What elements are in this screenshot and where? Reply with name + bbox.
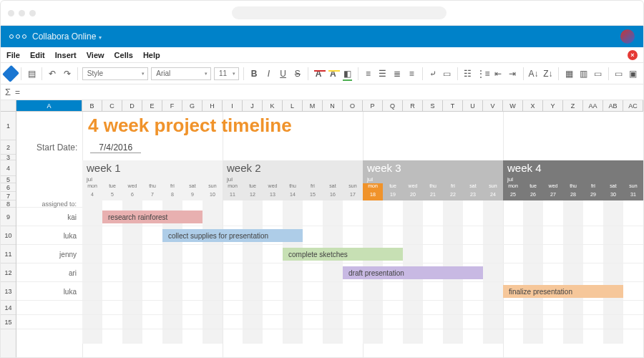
start-date-value[interactable]: 7/4/2016 — [90, 142, 141, 153]
close-icon[interactable]: × — [628, 50, 638, 60]
col-header[interactable]: W — [503, 100, 523, 111]
empty-row[interactable] — [16, 315, 643, 329]
col-header[interactable]: Y — [543, 100, 563, 111]
row-header[interactable]: 13 — [1, 282, 16, 301]
col-header[interactable]: E — [142, 100, 162, 111]
row-header[interactable]: 10 — [1, 226, 16, 245]
menu-view[interactable]: View — [87, 51, 104, 59]
row-header[interactable]: 6 — [1, 183, 16, 192]
bullet-list-icon[interactable]: ⋮≡ — [477, 67, 489, 80]
col-header[interactable]: Z — [563, 100, 583, 111]
insert-col-icon[interactable]: ▥ — [577, 67, 589, 80]
row-header[interactable]: 7 — [1, 192, 16, 200]
equals-icon[interactable]: = — [15, 87, 20, 97]
sigma-icon[interactable]: Σ — [5, 87, 11, 97]
col-header[interactable]: V — [483, 100, 503, 111]
spreadsheet[interactable]: ABCDEFGHIJKLMNOPQRSTUVWXYZAAABAC 1234567… — [0, 100, 644, 358]
col-header[interactable]: S — [423, 100, 443, 111]
indent-icon[interactable]: ⇥ — [507, 67, 518, 80]
row-header[interactable]: 9 — [1, 208, 16, 226]
empty-row[interactable] — [16, 301, 643, 315]
col-header[interactable]: P — [363, 100, 383, 111]
size-select[interactable]: 11 — [214, 67, 239, 80]
col-header[interactable]: J — [243, 100, 263, 111]
align-justify-icon[interactable]: ≡ — [406, 67, 417, 80]
gantt-bar[interactable]: research rainforest — [102, 211, 203, 223]
row-header[interactable]: 8 — [1, 200, 16, 208]
address-bar[interactable] — [232, 6, 447, 19]
gantt-bar[interactable]: draft presentation — [343, 266, 483, 279]
row-header[interactable]: 11 — [1, 245, 16, 263]
col-header[interactable]: O — [343, 100, 363, 111]
row-headers[interactable]: 123456789101112131415 — [1, 112, 16, 357]
avatar[interactable] — [620, 29, 635, 44]
assignee-cell[interactable]: kai — [16, 208, 82, 226]
number-list-icon[interactable]: ☷ — [462, 67, 474, 80]
image-icon[interactable]: ▣ — [628, 67, 639, 80]
italic-button[interactable]: I — [263, 67, 274, 80]
window-dot[interactable] — [8, 10, 14, 16]
sort-desc-icon[interactable]: Z↓ — [542, 67, 554, 80]
col-header[interactable]: D — [122, 100, 142, 111]
row-header[interactable]: 5 — [1, 176, 16, 183]
select-all-corner[interactable] — [1, 100, 16, 112]
delete-row-icon[interactable]: ▭ — [592, 67, 603, 80]
assignee-cell[interactable]: luka — [16, 282, 82, 301]
align-right-icon[interactable]: ≣ — [391, 67, 403, 80]
col-header[interactable]: C — [102, 100, 122, 111]
col-header[interactable]: L — [283, 100, 303, 111]
row-header[interactable]: 15 — [1, 315, 16, 329]
row-header[interactable]: 4 — [1, 160, 16, 176]
bold-button[interactable]: B — [248, 67, 260, 80]
col-header[interactable]: U — [463, 100, 483, 111]
assignee-cell[interactable]: jenny — [16, 245, 82, 263]
font-color-button[interactable]: A — [313, 67, 324, 80]
align-center-icon[interactable]: ☰ — [377, 67, 389, 80]
outdent-icon[interactable]: ⇤ — [492, 67, 504, 80]
col-header[interactable]: B — [82, 100, 102, 111]
menu-help[interactable]: Help — [143, 51, 160, 59]
row-header[interactable]: 3 — [1, 155, 16, 160]
menu-edit[interactable]: Edit — [30, 51, 45, 59]
col-header[interactable]: K — [263, 100, 283, 111]
col-header[interactable]: G — [182, 100, 203, 111]
col-header[interactable]: N — [323, 100, 343, 111]
sort-asc-icon[interactable]: A↓ — [527, 67, 539, 80]
menu-insert[interactable]: Insert — [55, 51, 77, 59]
formula-input[interactable] — [24, 87, 639, 98]
row-header[interactable]: 1 — [1, 112, 16, 140]
grid[interactable]: 4 week project timeline Start Date: 7/4/… — [16, 112, 643, 357]
row-header[interactable]: 12 — [1, 263, 16, 282]
menu-cells[interactable]: Cells — [114, 51, 133, 59]
col-header[interactable]: X — [523, 100, 543, 111]
window-controls[interactable] — [8, 10, 36, 16]
font-select[interactable]: Arial — [151, 67, 211, 80]
menu-file[interactable]: File — [6, 51, 20, 59]
highlight-color-button[interactable]: A — [327, 67, 338, 80]
redo-icon[interactable]: ↷ — [62, 67, 73, 80]
col-header[interactable]: R — [403, 100, 423, 111]
col-header[interactable]: H — [203, 100, 223, 111]
col-header[interactable]: AB — [603, 100, 623, 111]
assignee-cell[interactable]: luka — [16, 226, 82, 245]
save-icon[interactable]: ▤ — [26, 67, 37, 80]
gantt-bar[interactable]: finalize presentation — [503, 285, 623, 298]
col-header[interactable]: Q — [383, 100, 403, 111]
col-header[interactable]: M — [303, 100, 323, 111]
app-title[interactable]: Collabora Online — [32, 32, 102, 42]
gantt-bar[interactable]: collect supplies for presentation — [162, 229, 303, 242]
col-header[interactable]: T — [443, 100, 463, 111]
row-header[interactable]: 2 — [1, 140, 16, 155]
column-headers[interactable]: ABCDEFGHIJKLMNOPQRSTUVWXYZAAABAC — [16, 100, 643, 112]
fill-color-button[interactable]: ◧ — [341, 67, 353, 80]
merge-cells-icon[interactable]: ▭ — [441, 67, 453, 80]
col-header[interactable]: F — [162, 100, 182, 111]
col-header[interactable]: AC — [623, 100, 643, 111]
col-header[interactable]: I — [223, 100, 243, 111]
insert-row-icon[interactable]: ▦ — [563, 67, 575, 80]
wrap-text-icon[interactable]: ⤶ — [426, 67, 438, 80]
col-header[interactable]: AA — [583, 100, 603, 111]
gantt-bar[interactable]: complete sketches — [283, 248, 403, 261]
assignee-cell[interactable]: ari — [16, 263, 82, 282]
col-header[interactable]: A — [16, 100, 82, 111]
